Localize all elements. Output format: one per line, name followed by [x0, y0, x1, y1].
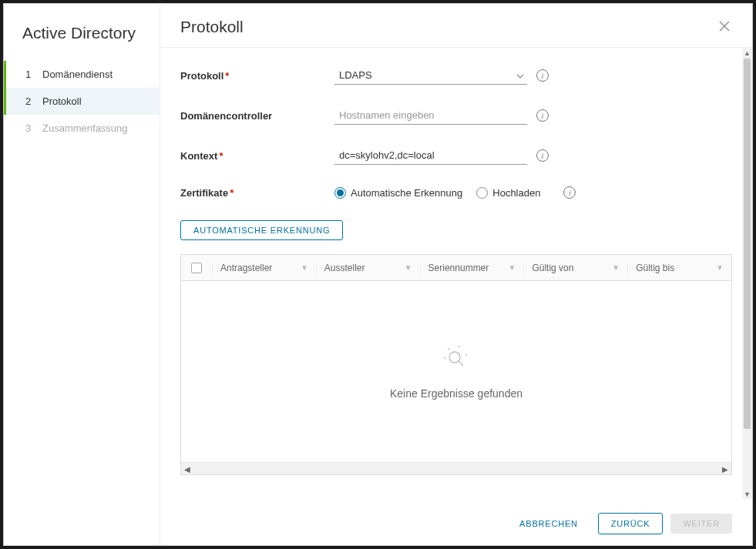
col-gueltig-bis[interactable]: Gültig bis ▼ — [627, 263, 731, 273]
row-certificates: Zertifikate* Automatische Erkennung Hoch… — [180, 186, 732, 199]
step-protocol[interactable]: 2 Protokoll — [4, 88, 160, 115]
radio-upload[interactable]: Hochladen — [476, 187, 540, 199]
certificates-table: Antragsteller ▼ Aussteller ▼ Seriennumme… — [180, 254, 732, 475]
next-button: Weiter — [670, 514, 732, 534]
scroll-up-icon[interactable]: ▲ — [742, 48, 752, 58]
step-summary: 3 Zusammenfassung — [4, 115, 160, 142]
col-label: Gültig von — [532, 263, 573, 273]
step-number: 2 — [25, 95, 42, 107]
cancel-button[interactable]: Abbrechen — [507, 514, 590, 534]
step-label: Protokoll — [42, 95, 82, 107]
row-domain-controller: Domänencontroller i — [180, 106, 732, 125]
filter-icon[interactable]: ▼ — [716, 263, 724, 272]
radio-auto-detect[interactable]: Automatische Erkennung — [334, 187, 462, 199]
filter-icon[interactable]: ▼ — [405, 263, 412, 272]
back-button[interactable]: Zurück — [598, 513, 664, 534]
label-dc: Domänencontroller — [180, 110, 334, 122]
scroll-down-icon[interactable]: ▼ — [742, 489, 752, 499]
search-empty-icon — [441, 344, 472, 373]
svg-line-3 — [459, 361, 463, 366]
protocol-select-value[interactable] — [334, 66, 527, 85]
auto-detect-button[interactable]: Automatische Erkennung — [180, 220, 343, 240]
col-aussteller[interactable]: Aussteller ▼ — [316, 263, 420, 273]
col-antragsteller[interactable]: Antragsteller ▼ — [212, 263, 316, 273]
info-icon[interactable]: i — [563, 186, 576, 199]
row-context: Kontext* i — [180, 146, 732, 165]
scroll-left-icon[interactable]: ◀ — [181, 463, 193, 475]
page-title: Protokoll — [180, 18, 244, 36]
radio-icon — [334, 187, 346, 199]
info-icon[interactable]: i — [536, 69, 549, 82]
label-context: Kontext* — [180, 150, 334, 162]
radio-label: Automatische Erkennung — [351, 187, 462, 199]
label-certs: Zertifikate* — [180, 187, 334, 199]
scrollbar-thumb[interactable] — [744, 59, 751, 429]
content-header: Protokoll — [160, 4, 752, 48]
wizard-sidebar: Active Directory 1 Domänendienst 2 Proto… — [4, 4, 160, 545]
select-all-cell — [181, 263, 212, 273]
row-protocol: Protokoll* i — [180, 66, 732, 85]
cert-radio-group: Automatische Erkennung Hochladen i — [334, 186, 576, 199]
table-empty-body: Keine Ergebnisse gefunden — [181, 281, 731, 462]
table-header-row: Antragsteller ▼ Aussteller ▼ Seriennumme… — [181, 255, 731, 281]
context-input[interactable] — [334, 146, 527, 165]
content-scroll-area: Protokoll* i Domänencontroller — [160, 48, 752, 502]
svg-point-2 — [449, 352, 460, 363]
filter-icon[interactable]: ▼ — [301, 263, 308, 272]
svg-point-7 — [444, 357, 445, 359]
col-label: Antragsteller — [220, 263, 272, 273]
step-label: Domänendienst — [42, 69, 113, 80]
step-number: 3 — [25, 122, 42, 134]
wizard-footer: Abbrechen Zurück Weiter — [160, 502, 752, 545]
step-domain-service[interactable]: 1 Domänendienst — [4, 61, 160, 88]
table-horizontal-scrollbar[interactable]: ◀ ▶ — [181, 462, 731, 474]
info-icon[interactable]: i — [536, 149, 549, 162]
vertical-scrollbar[interactable]: ▲ ▼ — [742, 48, 752, 499]
col-gueltig-von[interactable]: Gültig von ▼ — [523, 263, 627, 273]
wizard-main: Protokoll Protokoll* i — [160, 4, 752, 545]
svg-point-4 — [448, 348, 449, 350]
col-label: Gültig bis — [636, 263, 674, 273]
dialog-active-directory: Active Directory 1 Domänendienst 2 Proto… — [3, 3, 753, 546]
svg-point-6 — [465, 354, 467, 356]
protocol-select[interactable] — [334, 66, 527, 85]
radio-label: Hochladen — [492, 187, 540, 199]
info-icon[interactable]: i — [536, 109, 549, 122]
step-label: Zusammenfassung — [42, 122, 128, 134]
dc-input[interactable] — [334, 106, 527, 125]
step-number: 1 — [25, 69, 42, 80]
filter-icon[interactable]: ▼ — [612, 263, 620, 272]
svg-point-5 — [459, 346, 460, 347]
select-all-checkbox[interactable] — [191, 263, 202, 273]
close-icon[interactable] — [718, 20, 732, 34]
scroll-right-icon[interactable]: ▶ — [719, 463, 731, 475]
col-label: Seriennummer — [428, 263, 489, 273]
step-list: 1 Domänendienst 2 Protokoll 3 Zusammenfa… — [4, 61, 160, 142]
col-seriennummer[interactable]: Seriennummer ▼ — [420, 263, 524, 273]
filter-icon[interactable]: ▼ — [508, 263, 516, 272]
empty-text: Keine Ergebnisse gefunden — [390, 387, 522, 400]
sidebar-title: Active Directory — [4, 18, 160, 61]
col-label: Aussteller — [324, 263, 365, 273]
label-protocol: Protokoll* — [180, 70, 334, 82]
radio-icon — [476, 187, 488, 199]
